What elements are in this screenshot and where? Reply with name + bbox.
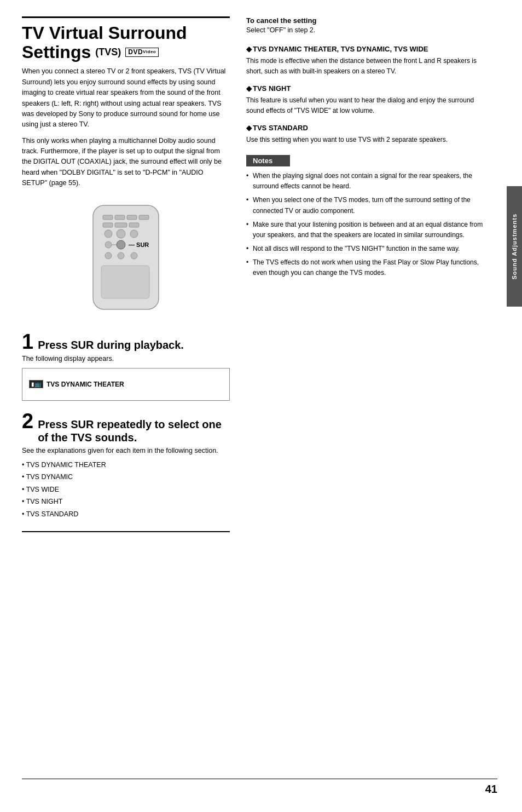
svg-point-13: [117, 240, 125, 249]
title-settings: Settings: [22, 43, 91, 62]
svg-point-16: [118, 252, 124, 259]
svg-rect-3: [127, 215, 137, 220]
notes-box: Notes When the playing signal does not c…: [246, 155, 485, 279]
svg-rect-4: [139, 215, 149, 220]
step2-title: Press SUR repeatedly to select one of th…: [38, 418, 230, 444]
tvs-night-text: This feature is useful when you want to …: [246, 95, 485, 116]
tvs-option-2: TVS DYNAMIC: [22, 471, 230, 483]
note-1: When the playing signal does not contain…: [246, 171, 485, 192]
step1-desc: The following display appears.: [22, 355, 230, 362]
page-title: TV Virtual Surround Settings (TVS) DVD V…: [22, 16, 230, 62]
svg-point-8: [105, 230, 112, 238]
step1-display: ▮📺 TVS DYNAMIC THEATER: [22, 368, 230, 401]
note-2: When you select one of the TVS modes, tu…: [246, 195, 485, 216]
tvs-dynamic-theater-title: TVS DYNAMIC THEATER, TVS DYNAMIC, TVS WI…: [246, 45, 485, 53]
page-bottom-rule: [22, 779, 497, 779]
note-5: The TVS effects do not work when using t…: [246, 257, 485, 278]
intro-paragraph2: This only works when playing a multichan…: [22, 136, 230, 189]
svg-point-9: [117, 229, 125, 238]
remote-image: — SUR: [71, 200, 181, 320]
step1: 1 Press SUR during playback. The followi…: [22, 331, 230, 401]
tvs-label: (TVS): [95, 47, 121, 58]
tvs-dynamic-theater-text: This mode is effective when the distance…: [246, 56, 485, 76]
remote-diagram: — SUR: [22, 200, 230, 320]
tvs-option-4: TVS NIGHT: [22, 496, 230, 508]
svg-point-17: [131, 252, 137, 259]
right-column: To cancel the setting Select "OFF" in st…: [246, 16, 496, 796]
svg-text:— SUR: — SUR: [129, 241, 149, 248]
tvs-standard-section: TVS STANDARD Use this setting when you w…: [246, 124, 485, 145]
cancel-title: To cancel the setting: [246, 16, 485, 25]
title-line1: TV Virtual Surround: [22, 24, 230, 43]
bottom-rule: [22, 531, 230, 532]
note-3: Make sure that your listening position i…: [246, 220, 485, 240]
notes-header: Notes: [246, 155, 290, 166]
side-tab-label: Sound Adjustments: [511, 214, 518, 279]
intro-paragraph1: When you connect a stereo TV or 2 front …: [22, 66, 230, 130]
svg-rect-7: [129, 223, 139, 227]
tvs-night-title: TVS NIGHT: [246, 84, 485, 93]
step2-header: 2 Press SUR repeatedly to select one of …: [22, 411, 230, 444]
tvs-option-5: TVS STANDARD: [22, 508, 230, 521]
display-text: TVS DYNAMIC THEATER: [47, 381, 124, 388]
note-4: Not all discs will respond to the "TVS N…: [246, 244, 485, 254]
dvd-badge: DVD Video: [125, 48, 159, 57]
svg-rect-1: [103, 215, 113, 220]
display-icon: ▮📺: [29, 380, 43, 388]
step1-title: Press SUR during playback.: [38, 338, 184, 352]
dvd-text: DVD: [128, 49, 143, 56]
step1-header: 1 Press SUR during playback.: [22, 331, 230, 352]
tvs-dynamic-theater-section: TVS DYNAMIC THEATER, TVS DYNAMIC, TVS WI…: [246, 45, 485, 76]
svg-rect-18: [101, 266, 149, 298]
tvs-standard-title: TVS STANDARD: [246, 124, 485, 132]
title-line2: Settings (TVS) DVD Video: [22, 43, 230, 62]
side-tab: Sound Adjustments: [507, 186, 522, 307]
tvs-options-list: TVS DYNAMIC THEATER TVS DYNAMIC TVS WIDE…: [22, 459, 230, 521]
svg-point-11: [105, 241, 112, 248]
tvs-option-3: TVS WIDE: [22, 483, 230, 496]
tvs-option-1: TVS DYNAMIC THEATER: [22, 459, 230, 471]
step2: 2 Press SUR repeatedly to select one of …: [22, 411, 230, 521]
svg-rect-5: [103, 223, 113, 227]
svg-rect-6: [115, 223, 127, 227]
svg-rect-2: [115, 215, 125, 220]
tvs-night-section: TVS NIGHT This feature is useful when yo…: [246, 84, 485, 116]
left-column: TV Virtual Surround Settings (TVS) DVD V…: [22, 16, 230, 796]
step2-desc: See the explanations given for each item…: [22, 447, 230, 454]
notes-list: When the playing signal does not contain…: [246, 171, 485, 279]
step2-number: 2: [22, 411, 33, 431]
video-text: Video: [143, 50, 156, 55]
svg-point-10: [130, 230, 138, 238]
step1-number: 1: [22, 331, 33, 352]
page-number: 41: [485, 783, 497, 796]
cancel-section: To cancel the setting Select "OFF" in st…: [246, 16, 485, 34]
cancel-text: Select "OFF" in step 2.: [246, 26, 485, 34]
tvs-standard-text: Use this setting when you want to use TV…: [246, 135, 485, 145]
svg-point-15: [105, 252, 112, 259]
